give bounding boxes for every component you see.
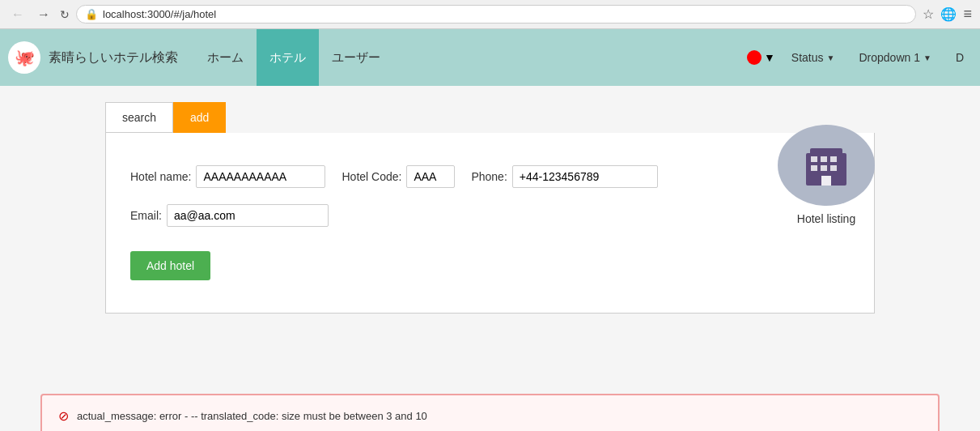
error-row-2: ⊘ actual_message: error - -- translated_… [58,427,922,431]
main-content: search add Hotel name: Hotel Code: Phone… [0,86,980,386]
app-logo: 🐙 [8,41,40,74]
svg-rect-7 [830,165,837,171]
lock-icon: 🔒 [85,8,98,20]
error-icon-1: ⊘ [58,408,69,424]
nav-home[interactable]: ホーム [194,29,257,86]
tab-search[interactable]: search [105,102,173,133]
reload-button[interactable]: ↻ [60,8,70,21]
hotel-name-group: Hotel name: [130,165,325,188]
nav-users[interactable]: ユーザー [319,29,393,86]
hotel-icon-circle [778,125,875,206]
d-label: D [956,51,964,64]
hotel-building-icon [798,137,855,194]
error-message-1: actual_message: error - -- translated_co… [77,410,427,422]
status-label: Status [791,51,824,64]
hotel-name-label: Hotel name: [130,170,191,183]
nav-right: ▼ Status ▼ Dropdown 1 ▼ D [747,46,972,69]
dropdown1-label: Dropdown 1 [859,51,920,64]
phone-input[interactable] [512,165,658,188]
forward-button[interactable]: → [34,6,53,23]
url-text: localhost:3000/#/ja/hotel [103,8,907,20]
nav-hotel[interactable]: ホテル [257,29,319,86]
back-button[interactable]: ← [8,6,28,23]
app-nav: 🐙 素晴らしいホテル検索 ホーム ホテル ユーザー ▼ Status ▼ Dro… [0,29,980,86]
status-dropdown[interactable]: Status ▼ [783,46,843,69]
email-group: Email: [130,204,329,227]
logo-icon: 🐙 [15,48,35,67]
svg-rect-8 [821,176,831,186]
email-label: Email: [130,209,162,222]
d-button[interactable]: D [948,46,972,69]
globe-icon: 🌐 [940,6,957,22]
phone-label: Phone: [471,170,507,183]
hotel-name-input[interactable] [196,165,325,188]
tab-add[interactable]: add [173,102,226,133]
hotel-code-group: Hotel Code: [342,165,455,188]
svg-rect-5 [811,165,817,171]
svg-rect-4 [830,156,837,162]
error-row-1: ⊘ actual_message: error - -- translated_… [58,405,922,427]
menu-icon[interactable]: ≡ [963,6,972,23]
bookmark-icon[interactable]: ☆ [923,6,934,22]
tab-panel-container: Hotel name: Hotel Code: Phone: Email: [105,133,875,314]
form-row: Hotel name: Hotel Code: Phone: Email: [130,165,850,227]
svg-rect-1 [810,148,842,155]
hotel-listing-label: Hotel listing [778,212,875,225]
hotel-listing-section: Hotel listing [778,125,875,225]
tab-panel-add: Hotel name: Hotel Code: Phone: Email: [105,133,875,314]
status-dropdown-arrow: ▼ [827,53,835,62]
email-input[interactable] [167,204,329,227]
phone-group: Phone: [471,165,657,188]
dropdown1-arrow: ▼ [923,53,931,62]
add-hotel-button[interactable]: Add hotel [130,251,210,280]
url-bar[interactable]: 🔒 localhost:3000/#/ja/hotel [76,5,916,23]
app-title: 素晴らしいホテル検索 [49,49,178,66]
dropdown1-button[interactable]: Dropdown 1 ▼ [851,46,939,69]
svg-rect-2 [811,156,817,162]
browser-chrome: ← → ↻ 🔒 localhost:3000/#/ja/hotel ☆ 🌐 ≡ [0,0,980,29]
error-section: ⊘ actual_message: error - -- translated_… [40,394,940,431]
dropdown-arrow-flag: ▼ [764,51,775,64]
add-hotel-row: Add hotel [130,251,850,280]
hotel-code-label: Hotel Code: [342,170,401,183]
hotel-code-input[interactable] [406,165,455,188]
language-selector[interactable]: ▼ [747,50,775,65]
flag-icon [747,50,762,65]
svg-rect-3 [821,156,827,162]
tabs: search add [105,102,875,133]
svg-rect-6 [821,165,827,171]
